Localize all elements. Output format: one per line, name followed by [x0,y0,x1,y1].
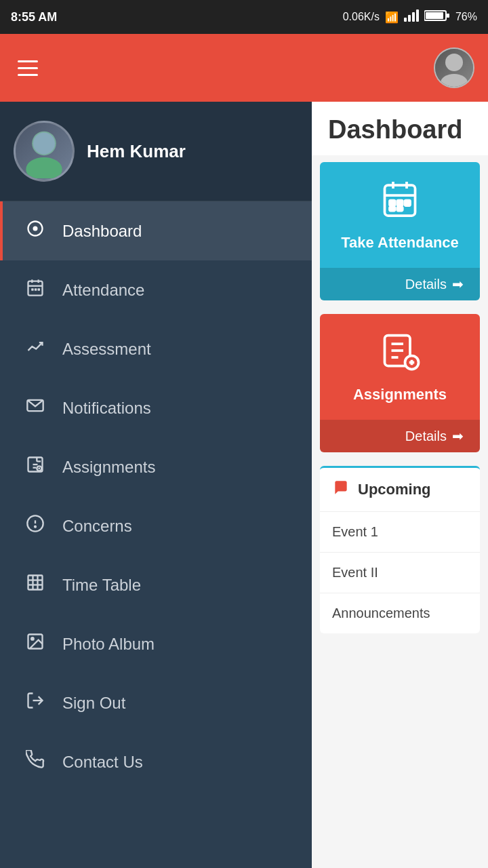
avatar-placeholder [434,47,474,88]
attendance-card-label: Take Attendance [341,234,459,252]
assignments-card-label: Assignments [353,386,447,403]
svg-rect-0 [404,18,407,22]
contactus-icon [23,750,47,774]
attendance-card-icon [380,178,420,227]
sidebar-item-label-dashboard: Dashboard [62,222,142,241]
user-profile: Hem Kumar [0,102,312,201]
svg-rect-44 [397,201,403,206]
list-item[interactable]: Event 1 [320,512,480,553]
sidebar-item-label-notifications: Notifications [62,399,151,418]
sidebar-item-label-contactus: Contact Us [62,753,143,772]
svg-rect-31 [28,576,43,590]
assignments-details-arrow: ➡ [452,428,464,444]
svg-rect-1 [408,15,411,22]
assignments-card[interactable]: Assignments Details ➡ [320,314,480,452]
svg-rect-43 [390,201,395,206]
sidebar-item-assignments[interactable]: Assignments [0,437,312,496]
list-item[interactable]: Announcements [320,593,480,633]
user-avatar-button[interactable] [434,47,474,88]
svg-rect-45 [405,201,411,206]
sidebar-item-concerns[interactable]: Concerns [0,496,312,555]
svg-rect-17 [31,288,34,291]
signal-icon [404,9,419,24]
network-speed: 0.06K/s [343,11,380,23]
menu-button[interactable] [14,51,47,85]
sidebar-item-label-photoalbum: Photo Album [62,635,155,654]
upcoming-header: Upcoming [320,468,480,512]
hamburger-line-2 [18,67,38,69]
attendance-details-arrow: ➡ [452,276,464,292]
timetable-icon [23,573,47,597]
sidebar-item-assessment[interactable]: Assessment [0,319,312,378]
concerns-icon [23,514,47,538]
svg-rect-5 [447,14,449,18]
svg-rect-13 [28,281,43,296]
svg-point-7 [445,54,463,71]
assignments-card-body: Assignments [320,314,480,420]
sidebar-item-label-signout: Sign Out [62,694,125,713]
upcoming-section: Upcoming Event 1 Event II Announcements [320,466,480,633]
dashboard-icon [23,219,47,243]
photoalbum-icon [23,632,47,656]
svg-rect-47 [397,208,403,211]
assignments-details-label: Details [405,429,447,444]
sidebar-item-label-timetable: Time Table [62,576,141,595]
notifications-icon [23,396,47,420]
signout-icon [23,691,47,715]
app-bar [0,34,488,102]
sidebar-item-label-assignments: Assignments [62,458,155,477]
attendance-card-details[interactable]: Details ➡ [320,268,480,300]
event-label-3: Announcements [332,606,430,620]
page-title: Dashboard [312,102,488,155]
attendance-card[interactable]: Take Attendance Details ➡ [320,162,480,300]
assignments-icon [23,455,47,479]
sidebar-item-contactus[interactable]: Contact Us [0,732,312,791]
sidebar-item-label-concerns: Concerns [62,517,132,536]
sidebar-item-label-attendance: Attendance [62,281,144,300]
svg-rect-46 [390,208,395,211]
svg-point-37 [31,637,34,640]
sidebar-item-notifications[interactable]: Notifications [0,378,312,437]
status-indicators: 0.06K/s 📶 76% [343,9,477,24]
upcoming-label: Upcoming [358,481,431,498]
dashboard-content: Dashboard Take At [312,102,488,868]
hamburger-line-3 [18,74,38,76]
svg-point-11 [33,132,55,154]
sidebar-item-photoalbum[interactable]: Photo Album [0,614,312,673]
battery-icon [424,9,450,24]
svg-rect-3 [416,9,419,22]
assignments-card-details[interactable]: Details ➡ [320,420,480,452]
svg-rect-19 [38,288,41,291]
status-bar: 8:55 AM 0.06K/s 📶 76% [0,0,488,34]
attendance-details-label: Details [405,277,447,292]
list-item[interactable]: Event II [320,553,480,593]
sidebar-item-timetable[interactable]: Time Table [0,555,312,614]
svg-point-12 [33,226,38,231]
battery-percent: 76% [455,11,477,23]
sidebar-user-avatar [14,121,75,182]
status-time: 8:55 AM [11,10,57,24]
sidebar-item-signout[interactable]: Sign Out [0,673,312,732]
main-layout: Hem Kumar Dashboard [0,102,488,868]
upcoming-icon [332,479,350,500]
sidebar-user-name: Hem Kumar [87,141,186,162]
svg-rect-6 [426,12,443,19]
event-label-1: Event 1 [332,524,378,539]
sidebar: Hem Kumar Dashboard [0,102,312,868]
svg-point-8 [441,74,468,88]
assessment-icon [23,337,47,361]
hamburger-line-1 [18,60,38,62]
event-label-2: Event II [332,565,378,580]
attendance-icon [23,278,47,302]
assignments-card-icon [380,330,420,379]
svg-point-10 [26,157,62,178]
svg-point-30 [35,526,36,528]
sidebar-item-dashboard[interactable]: Dashboard [0,201,312,260]
svg-rect-2 [412,12,415,22]
svg-rect-18 [35,288,37,291]
wifi-icon: 📶 [385,11,399,24]
sidebar-item-label-assessment: Assessment [62,340,151,359]
attendance-card-body: Take Attendance [320,162,480,268]
sidebar-item-attendance[interactable]: Attendance [0,260,312,319]
